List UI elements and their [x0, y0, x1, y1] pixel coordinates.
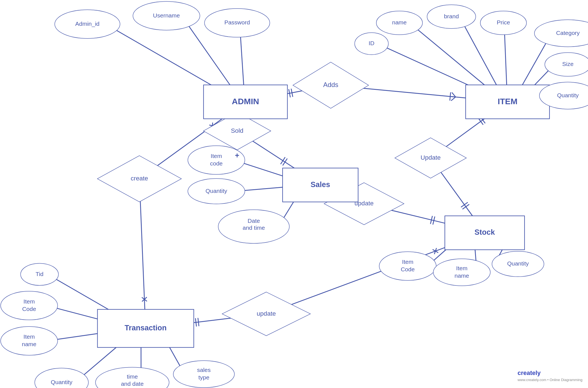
- watermark-sub: www.creately.com • Online Diagramming: [518, 378, 582, 382]
- watermark-brand: creately: [518, 369, 541, 376]
- er-diagram-canvas: [0, 0, 588, 388]
- diagram-container: creately www.creately.com • Online Diagr…: [0, 0, 588, 388]
- watermark: creately www.creately.com • Online Diagr…: [518, 369, 582, 382]
